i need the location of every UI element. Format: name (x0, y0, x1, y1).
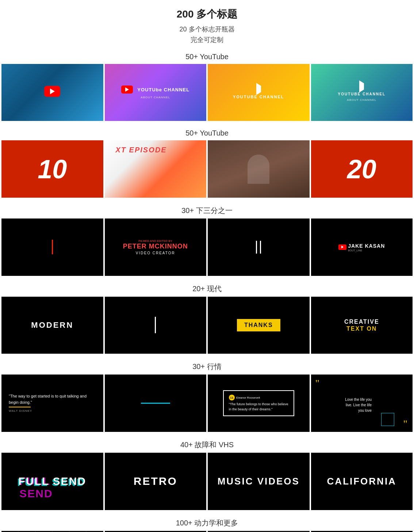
thumb-kinetic-3[interactable] (208, 531, 310, 532)
yt-logo-gold (256, 86, 261, 92)
yt-channel-sub: ABOUT CHANNEL (141, 96, 170, 99)
quote-open: " (315, 378, 319, 388)
thumb-music-videos[interactable]: MUSIC VIDEOS (208, 453, 310, 510)
thumb-modern-bar[interactable] (105, 297, 207, 354)
episode-number-20: 20 (347, 154, 376, 184)
section-kinetic: 100+ 动力学和更多 FOR FINAL CUT PRO FOR FINAL … (0, 514, 414, 532)
thumb-modern-text[interactable]: MODERN (1, 297, 103, 354)
thumb-shapes[interactable] (311, 531, 413, 532)
retro-text: RETRO (134, 475, 177, 487)
modern-bar (155, 317, 156, 333)
section-label-youtube: 50+ YouTube (0, 48, 414, 64)
k1-cell: PRO (52, 531, 69, 532)
lt-grid: FILMED AND EDITED BY PETER MCKINNON VIDE… (0, 218, 414, 276)
yt-logo-container (44, 86, 60, 99)
modern-grid: MODERN THANKS CREATIVETEXT ON (0, 297, 414, 354)
thanks-label: THANKS (237, 319, 280, 331)
thumb-thanks[interactable]: THANKS (208, 297, 310, 354)
thumb-full-send[interactable]: FULL SEND FULL SEND FULL SEND (1, 453, 103, 510)
lt-yt-icon (338, 244, 346, 250)
thumb-photo[interactable] (208, 140, 310, 198)
thumb-creative[interactable]: CREATIVETEXT ON (311, 297, 413, 354)
next-episode-text: XT EPISODE (116, 146, 167, 154)
quote-author: WALT DISNEY (9, 409, 96, 413)
full-send-wrapper: FULL SEND FULL SEND FULL SEND (18, 475, 86, 487)
k1-cell: FOR (1, 531, 18, 532)
thumb-final-cut[interactable]: FOR FINAL CUT PRO FOR FINAL CUT PRO FOR … (1, 531, 103, 532)
thumb-yt-logo[interactable] (1, 64, 103, 121)
section-label-lt: 30+ 下三分之一 (0, 201, 414, 218)
thumb-next-episode[interactable]: XT EPISODE (105, 140, 207, 198)
lt-peter-name: PETER MCKINNON (123, 243, 188, 250)
thumb-yt-channel-teal[interactable]: YOUTUBE CHANNEL ABOUT CHANNEL (311, 64, 413, 121)
section-quotes: 30+ 行情 "The way to get started is to qui… (0, 357, 414, 432)
youtube-icon (44, 86, 60, 97)
thumb-lt-line[interactable] (1, 218, 103, 276)
section-label-glitch: 40+ 故障和 VHS (0, 436, 414, 453)
thumb-yt-channel-purple[interactable]: YOUTUbe CHANNEL ABOUT CHANNEL (105, 64, 207, 121)
lt-jake-name: JAKE KASAN (348, 243, 385, 249)
section-glitch: 40+ 故障和 VHS FULL SEND FULL SEND FULL SEN… (0, 436, 414, 510)
creative-glitch: TEXT ON (344, 325, 379, 332)
yt-sub-teal: ABOUT CHANNEL (347, 98, 376, 102)
section-label-quotes: 30+ 行情 (0, 357, 414, 375)
quotes-grid: "The way to get started is to quit talki… (0, 375, 414, 432)
thumb-episode-10[interactable]: 10 (1, 140, 103, 198)
music-videos-text: MUSIC VIDEOS (218, 476, 300, 487)
section-lowerthirds: 30+ 下三分之一 FILMED AND EDITED BY PETER MCK… (0, 201, 414, 276)
episode-number-10: 10 (38, 154, 67, 184)
lt-video-creator: VIDEO CREATOR (123, 251, 188, 255)
thumb-yt-channel-gold[interactable]: YOUTUBE CHANNEL (208, 64, 310, 121)
thumb-quote-love[interactable]: " Love the life youlive. Live the lifeyo… (311, 375, 413, 432)
youtube-grid: YOUTUbe CHANNEL ABOUT CHANNEL YOUTUBE CH… (0, 64, 414, 121)
photo-bg (208, 140, 310, 198)
full-send-text: FULL SEND (18, 475, 86, 487)
k1-cell: FINAL (18, 531, 35, 532)
section-label-kinetic: 100+ 动力学和更多 (0, 514, 414, 531)
quote-teal-line (141, 403, 170, 404)
page-header: 200 多个标题 20 多个标志开瓶器 完全可定制 (0, 0, 414, 48)
yt-channel-text-gold: YOUTUBE CHANNEL (233, 95, 284, 99)
person-silhouette (248, 155, 269, 184)
lt-jake-container: JAKE KASAN BOUT_LINE (338, 243, 385, 252)
lt-jake-sub: BOUT_LINE (348, 249, 385, 252)
thumb-lt-jake[interactable]: JAKE KASAN BOUT_LINE (311, 218, 413, 276)
k1-cell: FOR (69, 531, 86, 532)
section-label-episodes: 50+ YouTube (0, 125, 414, 140)
yt-logo-icon (121, 86, 133, 94)
episodes-grid: 10 XT EPISODE 20 (0, 140, 414, 198)
thumb-episode-20[interactable]: 20 (311, 140, 413, 198)
california-text: CALIFORNIA (327, 476, 396, 487)
thumb-lt-peter[interactable]: FILMED AND EDITED BY PETER MCKINNON VIDE… (105, 218, 207, 276)
thumb-quote-eleanor[interactable]: 11 Eleanor Roosevelt "The future belongs… (208, 375, 310, 432)
thumb-quote-disney[interactable]: "The way to get started is to quit talki… (1, 375, 103, 432)
section-label-modern: 20+ 现代 (0, 280, 414, 297)
section-episodes: 50+ YouTube 10 XT EPISODE 20 (0, 125, 414, 198)
thumb-california[interactable]: CALIFORNIA (311, 453, 413, 510)
quote-disney-text: "The way to get started is to quit talki… (1, 393, 103, 413)
love-quote-text: Love the life youlive. Live the lifeyou … (345, 393, 378, 413)
modern-label: MODERN (31, 320, 73, 330)
yt-channel-text-teal: YOUTUBE CHANNEL (338, 92, 386, 96)
kinetic-grid: FOR FINAL CUT PRO FOR FINAL CUT PRO FOR … (0, 531, 414, 532)
k1-cell: CUT (35, 531, 52, 532)
creative-text: CREATIVETEXT ON (344, 318, 379, 332)
quote-border-box (381, 413, 394, 426)
page-title: 200 多个标题 (4, 7, 410, 21)
lt-filmed-label: FILMED AND EDITED BY (123, 239, 188, 243)
lt-bar-1 (256, 241, 257, 254)
quote-icon: 11 (229, 395, 235, 400)
glitch-grid: FULL SEND FULL SEND FULL SEND RETRO MUSI… (0, 453, 414, 510)
section-modern: 20+ 现代 MODERN THANKS CREATIVETEXT ON (0, 280, 414, 354)
thumb-lt-bars[interactable] (208, 218, 310, 276)
thumb-kinetic[interactable]: [KINETIC] (105, 531, 207, 532)
yt-logo-teal (359, 83, 364, 90)
lt-bars-container (256, 241, 261, 254)
lt-bar-2 (260, 241, 261, 254)
thumb-quote-line[interactable] (105, 375, 207, 432)
quote-box: 11 Eleanor Roosevelt "The future belongs… (223, 390, 294, 416)
k1-cell: FINAL (86, 531, 103, 532)
yt-channel-text: YOUTUbe CHANNEL (137, 87, 189, 92)
thumb-retro[interactable]: RETRO (105, 453, 207, 510)
lt-red-line (52, 240, 53, 254)
